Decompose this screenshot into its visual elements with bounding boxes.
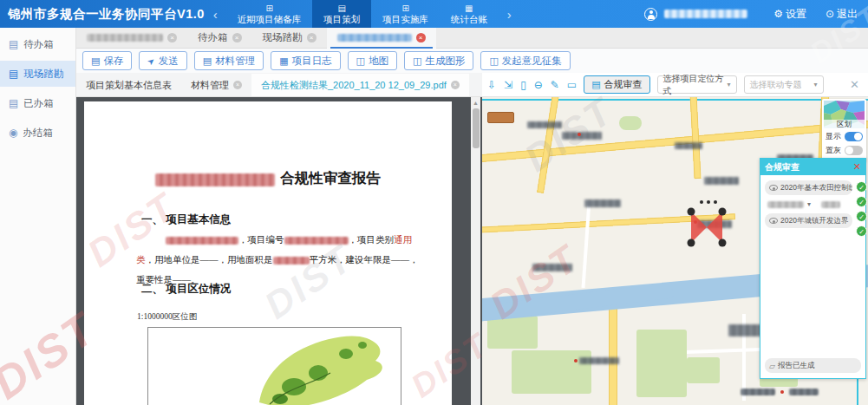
compliance-review-panel: 合规审查 ✕ 2020年基本农田控制线 ▾ 2020年城镇开发边界 ✓ ✓ ✓ … bbox=[760, 158, 866, 379]
report-status-row: ▱ 报告已生成 ✓ bbox=[765, 358, 861, 373]
report-icon: ▤ bbox=[591, 79, 600, 90]
park-area bbox=[636, 330, 687, 397]
map-canvas[interactable]: 区划 显示 置灰 合规审查 ✕ 2020年基本农田控制线 ▾ bbox=[482, 97, 868, 405]
road bbox=[609, 307, 617, 405]
park-area bbox=[487, 316, 538, 349]
sidebar: ▤ 待办箱 ▤ 现场踏勘 ▤ 已办箱 ◉ 办结箱 bbox=[0, 28, 76, 405]
tab-close-icon[interactable]: × bbox=[167, 33, 177, 42]
user-avatar-icon[interactable] bbox=[644, 8, 657, 21]
section-heading-1: 一、 项目基本信息 bbox=[141, 212, 231, 227]
tab-close-icon[interactable]: × bbox=[307, 33, 317, 42]
report-title: 合规性审查报告 bbox=[280, 170, 381, 186]
tab-site-survey[interactable]: 现场踏勘 × bbox=[252, 28, 327, 49]
scrollbar-thumb[interactable] bbox=[473, 108, 480, 148]
done-box-icon: ▤ bbox=[9, 97, 18, 109]
subtab-close-icon[interactable]: × bbox=[233, 81, 242, 89]
layer-thumbnail[interactable]: 区划 bbox=[824, 101, 865, 128]
expand-icon[interactable]: ⇲ bbox=[504, 79, 512, 91]
nav-item-project-planning[interactable]: ▤ 项目策划 bbox=[312, 0, 371, 28]
street-label bbox=[532, 264, 572, 271]
nav-item-implementation-library[interactable]: ⊞ 项目实施库 bbox=[371, 0, 440, 28]
map-close-icon[interactable]: ✕ bbox=[850, 78, 868, 91]
landuse-map-image bbox=[147, 327, 401, 405]
map-button[interactable]: ◫ 地图 bbox=[348, 51, 397, 70]
attribution-redacted bbox=[741, 389, 775, 395]
map-figure-caption: 1:1000000区位图 bbox=[137, 311, 197, 323]
street-label bbox=[562, 132, 602, 140]
survey-icon: ▤ bbox=[9, 68, 18, 80]
nav-item-reserve-library[interactable]: ⊞ 近期项目储备库 bbox=[226, 0, 313, 28]
layer-control: 区划 显示 置灰 bbox=[822, 99, 866, 161]
layer-row-farmland[interactable]: 2020年基本农田控制线 bbox=[765, 180, 852, 195]
action-toolbar: ▤ 保存 ➤ 发送 ▤ 材料管理 ▦ 项目日志 ◫ 地图 ◫ 生成图形 ◫ 发起… bbox=[76, 49, 868, 73]
attribution-redacted bbox=[789, 389, 819, 395]
grid-icon: ⊞ bbox=[265, 4, 272, 13]
user-name-redacted bbox=[664, 10, 747, 18]
top-bar: 锦州市多规合一业务协同平台V1.0 ‹ ⊞ 近期项目储备库 ▤ 项目策划 ⊞ 项… bbox=[0, 0, 868, 28]
check-icon: ✓ bbox=[856, 196, 867, 207]
tab-active-redacted[interactable]: × bbox=[327, 28, 436, 49]
redacted-text bbox=[767, 201, 804, 208]
inbox-icon: ▤ bbox=[9, 38, 18, 50]
tab-close-icon[interactable]: × bbox=[416, 33, 426, 42]
sidebar-item-todo-box[interactable]: ▤ 待办箱 bbox=[0, 31, 75, 57]
start-opinion-collection-button[interactable]: ◫ 发起意见征集 bbox=[480, 51, 570, 70]
section-heading-2: 二、 项目区位情况 bbox=[141, 282, 231, 297]
nav-scroll-right-icon[interactable]: › bbox=[499, 7, 520, 22]
subtab-material-management[interactable]: 材料管理 × bbox=[181, 74, 251, 96]
tab-todo-box[interactable]: 待办箱 × bbox=[187, 28, 252, 49]
scroll-up-icon[interactable]: ▲ bbox=[471, 97, 480, 106]
report-title-redacted bbox=[155, 173, 275, 186]
save-button[interactable]: ▤ 保存 bbox=[82, 51, 132, 70]
send-button[interactable]: ➤ 发送 bbox=[139, 51, 186, 70]
nav-item-statistics-ledger[interactable]: ▦ 统计台账 bbox=[440, 0, 499, 28]
show-toggle[interactable] bbox=[845, 132, 863, 141]
generate-graphics-button[interactable]: ◫ 生成图形 bbox=[404, 51, 473, 70]
measure-icon[interactable]: ▭ bbox=[567, 79, 577, 91]
tab-close-icon[interactable]: × bbox=[232, 33, 242, 42]
subtab-project-info[interactable]: 项目策划基本信息表 bbox=[76, 74, 181, 96]
redacted-text bbox=[821, 201, 840, 208]
grid-icon: ⊞ bbox=[401, 4, 408, 13]
app-window: 锦州市多规合一业务协同平台V1.0 ‹ ⊞ 近期项目储备库 ▤ 项目策划 ⊞ 项… bbox=[0, 0, 868, 405]
compliance-review-button[interactable]: ▤ 合规审查 bbox=[584, 75, 649, 94]
locate-mode-dropdown[interactable]: 选择项目定位方式 ▾ bbox=[657, 75, 737, 94]
sidebar-item-site-survey[interactable]: ▤ 现场踏勘 bbox=[0, 61, 75, 87]
minor-road bbox=[582, 201, 591, 288]
tab-redacted-1[interactable]: × bbox=[76, 28, 187, 49]
clear-icon[interactable]: ⊖ bbox=[534, 79, 543, 91]
street-label bbox=[704, 177, 739, 185]
document-scrollbar[interactable]: ▲ bbox=[471, 97, 480, 405]
layer-row-urban-boundary[interactable]: 2020年城镇开发边界 bbox=[765, 213, 852, 228]
street-label bbox=[527, 121, 562, 128]
project-geometry-marker[interactable] bbox=[684, 199, 729, 255]
boundary-line bbox=[482, 99, 868, 101]
panel-title: 合规审查 bbox=[765, 161, 799, 173]
report-icon: ▱ bbox=[769, 362, 775, 370]
sidebar-item-closed-box[interactable]: ◉ 办结箱 bbox=[0, 120, 75, 146]
poi-label-box bbox=[487, 112, 514, 123]
panel-close-icon[interactable]: ✕ bbox=[853, 161, 861, 173]
redacted-text bbox=[273, 257, 310, 265]
subtab-compliance-pdf[interactable]: 合规性检测结果_2020_11_20 12_09_29.pdf × bbox=[251, 74, 469, 96]
gray-toggle[interactable] bbox=[845, 146, 863, 155]
material-management-button[interactable]: ▤ 材料管理 bbox=[194, 51, 264, 70]
report-title-row: 合规性审查报告 bbox=[84, 169, 452, 188]
layer-dropdown-redacted[interactable]: ▾ bbox=[767, 198, 850, 211]
settings-button[interactable]: ⚙ 设置 bbox=[773, 7, 806, 22]
eye-icon[interactable] bbox=[769, 218, 778, 224]
eye-icon[interactable] bbox=[769, 185, 778, 191]
logout-button[interactable]: ⊙ 退出 bbox=[826, 7, 858, 22]
project-log-button[interactable]: ▦ 项目日志 bbox=[271, 51, 340, 70]
draw-icon[interactable]: ✎ bbox=[551, 79, 559, 91]
show-label: 显示 bbox=[826, 131, 841, 142]
subtab-close-icon[interactable]: × bbox=[451, 81, 460, 89]
nav-scroll-left-icon[interactable]: ‹ bbox=[205, 7, 226, 22]
columns-icon: ◫ bbox=[356, 56, 365, 67]
check-icon: ✓ bbox=[856, 211, 867, 222]
download-icon[interactable]: ⇩ bbox=[487, 79, 496, 91]
linked-theme-dropdown[interactable]: 选择联动专题 ▾ bbox=[744, 75, 824, 94]
trash-icon[interactable]: ▯ bbox=[520, 79, 526, 91]
sidebar-item-done-box[interactable]: ▤ 已办箱 bbox=[0, 90, 75, 116]
pdf-viewer: 合规性审查报告 一、 项目基本信息 ，项目编号，项目类别通用类，用地单位是——，… bbox=[76, 97, 482, 405]
